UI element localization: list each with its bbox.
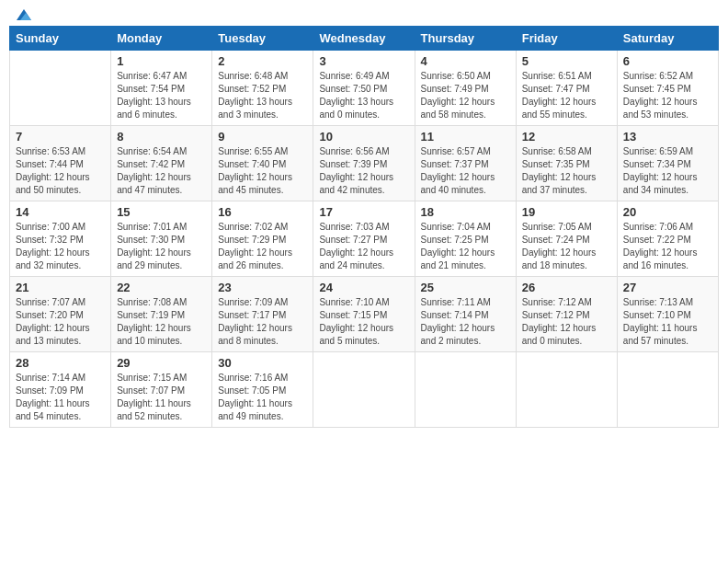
calendar-cell: 19Sunrise: 7:05 AMSunset: 7:24 PMDayligh… <box>516 201 617 277</box>
day-number: 10 <box>319 130 408 144</box>
day-info: Sunrise: 7:10 AMSunset: 7:15 PMDaylight:… <box>319 296 408 348</box>
day-number: 29 <box>117 356 206 370</box>
calendar-table: SundayMondayTuesdayWednesdayThursdayFrid… <box>9 26 719 428</box>
day-number: 28 <box>16 356 105 370</box>
day-info: Sunrise: 6:48 AMSunset: 7:52 PMDaylight:… <box>218 70 307 121</box>
calendar-header-friday: Friday <box>516 27 617 51</box>
calendar-cell: 7Sunrise: 6:53 AMSunset: 7:44 PMDaylight… <box>10 126 111 201</box>
calendar-cell: 14Sunrise: 7:00 AMSunset: 7:32 PMDayligh… <box>10 201 111 277</box>
calendar-cell: 5Sunrise: 6:51 AMSunset: 7:47 PMDaylight… <box>516 51 617 126</box>
day-info: Sunrise: 7:00 AMSunset: 7:32 PMDaylight:… <box>16 221 105 272</box>
day-info: Sunrise: 7:11 AMSunset: 7:14 PMDaylight:… <box>421 296 510 348</box>
day-number: 27 <box>623 281 712 294</box>
calendar-week-row: 14Sunrise: 7:00 AMSunset: 7:32 PMDayligh… <box>10 201 719 277</box>
day-info: Sunrise: 7:16 AMSunset: 7:05 PMDaylight:… <box>218 372 307 423</box>
calendar-cell: 30Sunrise: 7:16 AMSunset: 7:05 PMDayligh… <box>212 352 313 428</box>
day-number: 20 <box>623 205 712 219</box>
day-info: Sunrise: 7:06 AMSunset: 7:22 PMDaylight:… <box>623 221 712 272</box>
day-number: 18 <box>421 205 510 219</box>
day-info: Sunrise: 6:51 AMSunset: 7:47 PMDaylight:… <box>522 70 611 121</box>
day-number: 17 <box>319 205 408 219</box>
day-number: 13 <box>623 130 712 144</box>
day-info: Sunrise: 7:12 AMSunset: 7:12 PMDaylight:… <box>522 296 611 348</box>
day-info: Sunrise: 6:50 AMSunset: 7:49 PMDaylight:… <box>421 70 510 121</box>
day-number: 21 <box>16 281 105 294</box>
calendar-cell: 26Sunrise: 7:12 AMSunset: 7:12 PMDayligh… <box>516 277 617 352</box>
page-header <box>9 9 719 20</box>
calendar-cell: 1Sunrise: 6:47 AMSunset: 7:54 PMDaylight… <box>111 51 212 126</box>
day-number: 30 <box>218 356 307 370</box>
calendar-header-thursday: Thursday <box>415 27 516 51</box>
day-info: Sunrise: 6:55 AMSunset: 7:40 PMDaylight:… <box>218 145 307 197</box>
calendar-cell <box>516 352 617 428</box>
day-info: Sunrise: 6:52 AMSunset: 7:45 PMDaylight:… <box>623 70 712 121</box>
day-number: 6 <box>623 54 712 68</box>
calendar-header-monday: Monday <box>111 27 212 51</box>
day-number: 3 <box>319 54 408 68</box>
day-info: Sunrise: 7:15 AMSunset: 7:07 PMDaylight:… <box>117 372 206 423</box>
day-number: 8 <box>117 130 206 144</box>
day-number: 11 <box>421 130 510 144</box>
day-info: Sunrise: 6:56 AMSunset: 7:39 PMDaylight:… <box>319 145 408 197</box>
calendar-cell: 21Sunrise: 7:07 AMSunset: 7:20 PMDayligh… <box>10 277 111 352</box>
calendar-cell: 24Sunrise: 7:10 AMSunset: 7:15 PMDayligh… <box>313 277 415 352</box>
calendar-cell: 10Sunrise: 6:56 AMSunset: 7:39 PMDayligh… <box>313 126 415 201</box>
calendar-header-row: SundayMondayTuesdayWednesdayThursdayFrid… <box>10 27 719 51</box>
day-info: Sunrise: 6:59 AMSunset: 7:34 PMDaylight:… <box>623 145 712 197</box>
calendar-cell: 6Sunrise: 6:52 AMSunset: 7:45 PMDaylight… <box>617 51 718 126</box>
calendar-cell: 29Sunrise: 7:15 AMSunset: 7:07 PMDayligh… <box>111 352 212 428</box>
day-number: 12 <box>522 130 611 144</box>
calendar-cell: 18Sunrise: 7:04 AMSunset: 7:25 PMDayligh… <box>415 201 516 277</box>
logo <box>13 9 33 20</box>
day-info: Sunrise: 6:49 AMSunset: 7:50 PMDaylight:… <box>319 70 408 121</box>
calendar-cell: 28Sunrise: 7:14 AMSunset: 7:09 PMDayligh… <box>10 352 111 428</box>
day-number: 15 <box>117 205 206 219</box>
day-number: 26 <box>522 281 611 294</box>
day-info: Sunrise: 7:09 AMSunset: 7:17 PMDaylight:… <box>218 296 307 348</box>
calendar-cell: 22Sunrise: 7:08 AMSunset: 7:19 PMDayligh… <box>111 277 212 352</box>
calendar-cell <box>313 352 415 428</box>
day-number: 4 <box>421 54 510 68</box>
day-info: Sunrise: 6:54 AMSunset: 7:42 PMDaylight:… <box>117 145 206 197</box>
calendar-cell: 11Sunrise: 6:57 AMSunset: 7:37 PMDayligh… <box>415 126 516 201</box>
calendar-cell: 27Sunrise: 7:13 AMSunset: 7:10 PMDayligh… <box>617 277 718 352</box>
day-number: 14 <box>16 205 105 219</box>
day-number: 16 <box>218 205 307 219</box>
calendar-week-row: 7Sunrise: 6:53 AMSunset: 7:44 PMDaylight… <box>10 126 719 201</box>
day-info: Sunrise: 7:08 AMSunset: 7:19 PMDaylight:… <box>117 296 206 348</box>
day-number: 1 <box>117 54 206 68</box>
calendar-cell: 12Sunrise: 6:58 AMSunset: 7:35 PMDayligh… <box>516 126 617 201</box>
day-number: 9 <box>218 130 307 144</box>
day-info: Sunrise: 6:58 AMSunset: 7:35 PMDaylight:… <box>522 145 611 197</box>
day-number: 24 <box>319 281 408 294</box>
calendar-week-row: 28Sunrise: 7:14 AMSunset: 7:09 PMDayligh… <box>10 352 719 428</box>
calendar-cell <box>10 51 111 126</box>
calendar-week-row: 1Sunrise: 6:47 AMSunset: 7:54 PMDaylight… <box>10 51 719 126</box>
calendar-cell: 8Sunrise: 6:54 AMSunset: 7:42 PMDaylight… <box>111 126 212 201</box>
calendar-cell: 20Sunrise: 7:06 AMSunset: 7:22 PMDayligh… <box>617 201 718 277</box>
day-info: Sunrise: 7:03 AMSunset: 7:27 PMDaylight:… <box>319 221 408 272</box>
day-number: 2 <box>218 54 307 68</box>
calendar-cell: 4Sunrise: 6:50 AMSunset: 7:49 PMDaylight… <box>415 51 516 126</box>
day-info: Sunrise: 7:07 AMSunset: 7:20 PMDaylight:… <box>16 296 105 348</box>
calendar-cell: 9Sunrise: 6:55 AMSunset: 7:40 PMDaylight… <box>212 126 313 201</box>
calendar-cell <box>617 352 718 428</box>
calendar-cell <box>415 352 516 428</box>
day-info: Sunrise: 7:14 AMSunset: 7:09 PMDaylight:… <box>16 372 105 423</box>
day-number: 19 <box>522 205 611 219</box>
day-info: Sunrise: 6:53 AMSunset: 7:44 PMDaylight:… <box>16 145 105 197</box>
day-info: Sunrise: 6:57 AMSunset: 7:37 PMDaylight:… <box>421 145 510 197</box>
calendar-week-row: 21Sunrise: 7:07 AMSunset: 7:20 PMDayligh… <box>10 277 719 352</box>
day-number: 5 <box>522 54 611 68</box>
calendar-cell: 17Sunrise: 7:03 AMSunset: 7:27 PMDayligh… <box>313 201 415 277</box>
day-number: 7 <box>16 130 105 144</box>
calendar-cell: 13Sunrise: 6:59 AMSunset: 7:34 PMDayligh… <box>617 126 718 201</box>
calendar-header-tuesday: Tuesday <box>212 27 313 51</box>
day-number: 23 <box>218 281 307 294</box>
calendar-cell: 3Sunrise: 6:49 AMSunset: 7:50 PMDaylight… <box>313 51 415 126</box>
logo-icon <box>15 6 33 24</box>
day-info: Sunrise: 7:01 AMSunset: 7:30 PMDaylight:… <box>117 221 206 272</box>
day-info: Sunrise: 7:04 AMSunset: 7:25 PMDaylight:… <box>421 221 510 272</box>
calendar-cell: 15Sunrise: 7:01 AMSunset: 7:30 PMDayligh… <box>111 201 212 277</box>
calendar-header-saturday: Saturday <box>617 27 718 51</box>
